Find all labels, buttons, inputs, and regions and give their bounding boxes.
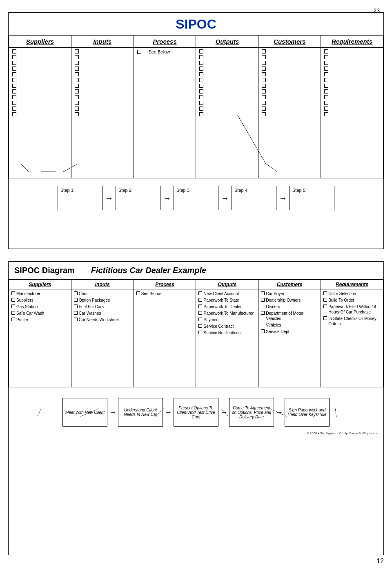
col-process: Process (134, 36, 196, 48)
input-1: Cars (79, 291, 87, 296)
b-col-outputs: Outputs (196, 280, 258, 289)
process-cell: See Below (134, 48, 196, 178)
sipoc-title: SIPOC (9, 13, 383, 35)
step-4-label: Step 4: (234, 188, 249, 193)
req-2: Build To Order (328, 298, 354, 303)
req-3: Paperwork Filed Within 48 Hours Of Car P… (328, 304, 381, 315)
supplier-1: Manufacturer (16, 291, 40, 296)
step-5-label: Step 5: (292, 188, 307, 193)
col-inputs: Inputs (71, 36, 134, 48)
customer-3: Department of Motor Vehicles (266, 311, 318, 321)
top-sipoc-section: SIPOC Suppliers Inputs Process Outputs C… (8, 12, 384, 249)
steps-row: Step 1: → Step 2: → Step 3: → Step 4: → … (9, 178, 383, 214)
step-box-4: Step 4: (232, 186, 276, 210)
arrow-2: → (163, 193, 171, 203)
suppliers-cell (9, 48, 71, 178)
b-requirements-cell: Color Selection Build To Order Paperwork… (321, 289, 383, 387)
b-step-3-label: Present Options To Client And Test Drive… (176, 406, 216, 419)
b-suppliers-cell: Manufacturer Suppliers Gas Station Sal's… (9, 289, 71, 387)
customer-2: Dealership Owners (266, 298, 301, 303)
req-1: Color Selection (328, 291, 356, 296)
requirements-cell (321, 48, 383, 178)
customer-3b: Vehicles (266, 322, 281, 328)
arrow-1: → (105, 193, 113, 203)
copyright-text: © 2008 • Six Sigma LLC http://www.SixSig… (9, 430, 383, 437)
b-step-box-2: Understand Client Needs In New Car (118, 398, 163, 427)
b-col-process: Process (134, 280, 196, 289)
bottom-sipoc-subtitle: Fictitious Car Dealer Example (91, 266, 206, 275)
input-2: Option Packages (79, 298, 110, 303)
b-col-customers: Customers (258, 280, 321, 289)
output-5: Payment (203, 317, 219, 322)
supplier-5: Printer (16, 317, 28, 322)
col-requirements: Requirements (321, 36, 383, 48)
output-3: Paperwork To Dealer (203, 304, 241, 309)
customer-4: Service Dept (266, 329, 289, 334)
b-step-box-1: Meet With New Client (62, 398, 107, 427)
b-see-below: See Below (141, 291, 161, 296)
b-step-1-label: Meet With New Client (65, 410, 105, 415)
see-below-text: See Below (149, 49, 170, 54)
bottom-steps-row: Meet With New Client → Understand Client… (9, 391, 383, 430)
input-4: Car Washes (79, 311, 101, 316)
input-5: Car Needs Worksheet (79, 317, 119, 322)
output-1: New Client Account (203, 291, 239, 296)
output-6: Service Contract (203, 324, 234, 329)
customers-cell (258, 48, 321, 178)
bottom-header: SIPOC Diagram Fictitious Car Dealer Exam… (9, 262, 383, 280)
b-step-5-label: Sign Paperwork and Hand Over Keys/Title (287, 408, 327, 417)
output-7: Service Notifications (203, 330, 241, 336)
col-customers: Customers (258, 36, 321, 48)
inputs-cell (71, 48, 134, 178)
b-arrow-2: → (165, 408, 172, 417)
step-box-1: Step 1: (58, 186, 102, 210)
b-arrow-3: → (220, 408, 227, 417)
supplier-2: Suppliers (16, 298, 33, 303)
col-suppliers: Suppliers (9, 36, 71, 48)
bottom-sipoc-section: SIPOC Diagram Fictitious Car Dealer Exam… (8, 261, 384, 555)
bottom-sipoc-title: SIPOC Diagram (14, 266, 75, 275)
b-step-box-3: Present Options To Client And Test Drive… (174, 398, 218, 427)
b-step-2-label: Understand Client Needs In New Car (120, 408, 161, 417)
supplier-4: Sal's Car Wash (16, 311, 44, 316)
b-arrow-1: → (109, 408, 116, 417)
step-box-2: Step 2: (116, 186, 160, 210)
customer-2b: Owners (266, 304, 280, 309)
req-4: In-State Checks Or Money Orders (328, 316, 381, 327)
arrow-4: → (279, 193, 287, 203)
step-2-label: Step 2: (118, 188, 133, 193)
customer-1: Car Buyer (266, 291, 284, 296)
output-4: Paperwork To Manufacturer (203, 311, 254, 316)
b-inputs-cell: Cars Option Packages Fuel For Cars Car W… (71, 289, 134, 387)
supplier-3: Gas Station (16, 304, 38, 309)
sipoc-template-table: Suppliers Inputs Process Outputs Custome… (9, 35, 383, 178)
step-box-5: Step 5: (290, 186, 334, 210)
step-3-label: Step 3: (176, 188, 191, 193)
b-step-4-label: Come To Agreement on Options, Price and … (231, 406, 272, 419)
b-step-box-5: Sign Paperwork and Hand Over Keys/Title (285, 398, 330, 427)
b-col-inputs: Inputs (71, 280, 134, 289)
outputs-cell (196, 48, 258, 178)
b-col-suppliers: Suppliers (9, 280, 71, 289)
step-1-label: Step 1: (60, 188, 75, 193)
b-customers-cell: Car Buyer Dealership Owners Owners Depar… (258, 289, 321, 387)
input-3: Fuel For Cars (79, 304, 104, 309)
col-outputs: Outputs (196, 36, 258, 48)
page-number-bottom: 12 (376, 558, 384, 565)
step-box-3: Step 3: (174, 186, 218, 210)
bottom-sipoc-table: Suppliers Inputs Process Outputs Custome… (9, 280, 383, 387)
b-process-cell: See Below (134, 289, 196, 387)
output-2: Paperwork To State (203, 298, 239, 303)
b-col-requirements: Requirements (321, 280, 383, 289)
b-arrow-4: → (276, 408, 283, 417)
b-outputs-cell: New Client Account Paperwork To State Pa… (196, 289, 258, 387)
b-step-box-4: Come To Agreement on Options, Price and … (229, 398, 274, 427)
arrow-3: → (221, 193, 229, 203)
